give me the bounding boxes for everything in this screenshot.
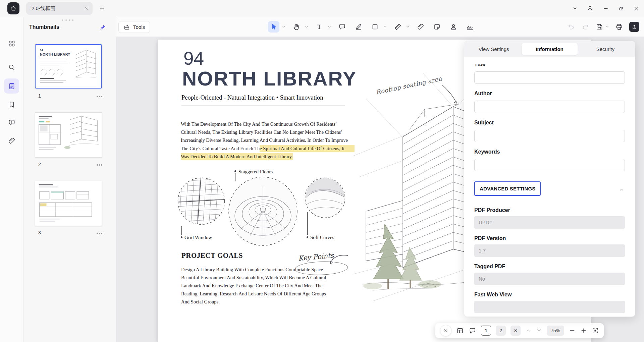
thumbnail-page-number: 3	[38, 230, 41, 235]
page-thumbnail-1[interactable]: 94 NORTH LIBRARY	[35, 44, 102, 89]
tools-button[interactable]: Tools	[118, 21, 150, 33]
sidebar-item-thumbnails[interactable]	[4, 78, 19, 94]
page-down-button[interactable]	[536, 328, 542, 334]
callout-label: Staggered Floors	[238, 169, 273, 175]
page-thumb-view-button[interactable]	[456, 327, 464, 335]
page-thumbnail-3[interactable]	[35, 181, 102, 226]
home-button[interactable]	[7, 2, 19, 14]
callout-grid-window: Grid Window	[181, 226, 228, 242]
sidebar-item-search[interactable]	[4, 60, 19, 75]
shape-tool-chevron-icon[interactable]	[383, 25, 387, 29]
callout-staggered-floors: Staggered Floors	[235, 170, 282, 184]
subject-field-label: Subject	[474, 120, 625, 126]
comment-tool-button[interactable]	[336, 21, 348, 33]
text-tool-button[interactable]	[314, 21, 325, 33]
page-up-button[interactable]	[525, 328, 531, 334]
account-icon[interactable]	[586, 5, 594, 12]
pdf-producer-label: PDF Producer	[474, 207, 625, 213]
page-button-1[interactable]: 1	[481, 326, 491, 336]
thumbnail-preview-2	[35, 113, 102, 157]
page-big-number: 94	[183, 48, 204, 69]
page-thumbnail-2[interactable]	[35, 112, 102, 158]
panel-drag-handle-icon[interactable]	[62, 19, 73, 21]
thumbnail-menu-icon[interactable]	[95, 162, 104, 168]
restore-icon[interactable]	[618, 5, 624, 12]
subject-input[interactable]	[474, 130, 625, 142]
tool-row	[268, 20, 476, 34]
tab-view-settings[interactable]: View Settings	[466, 43, 522, 55]
author-input[interactable]	[474, 101, 625, 113]
advanced-collapse-icon[interactable]	[619, 187, 624, 192]
comment-list-button[interactable]	[469, 327, 476, 335]
title-rule	[181, 106, 345, 106]
marker-tool-button[interactable]	[353, 21, 364, 33]
sticker-tool-button[interactable]	[431, 21, 443, 33]
tools-button-label: Tools	[133, 24, 145, 30]
key-points-flourish	[328, 253, 351, 269]
new-tab-button[interactable]	[98, 4, 106, 12]
sidebar-item-comments[interactable]	[4, 115, 19, 130]
export-button[interactable]	[629, 22, 639, 32]
fit-screen-button[interactable]	[592, 327, 599, 334]
document-tab[interactable]: 2.0-线框画	[26, 2, 93, 15]
spiral-stair-sketch	[228, 176, 298, 246]
zoom-in-icon	[580, 327, 587, 334]
tools-icon	[123, 24, 130, 31]
shape-tool-button[interactable]	[369, 21, 381, 33]
tab-information[interactable]: Information	[522, 43, 577, 55]
zoom-out-button[interactable]	[569, 327, 576, 334]
signature-tool-icon	[466, 22, 474, 31]
comment-panel-icon	[8, 119, 16, 127]
page-button-2[interactable]: 2	[496, 326, 506, 336]
page-navigation-bar: 1 2 3 75%	[435, 323, 604, 338]
zoom-in-button[interactable]	[580, 327, 587, 334]
title-input[interactable]	[474, 71, 625, 84]
signature-tool-button[interactable]	[464, 21, 476, 33]
print-icon[interactable]	[615, 23, 623, 31]
stamp-tool-button[interactable]	[448, 21, 459, 33]
thumbnail-preview-1: 94 NORTH LIBRARY	[37, 46, 100, 87]
comment-list-icon	[469, 327, 476, 335]
close-icon[interactable]	[633, 5, 639, 12]
tab-security[interactable]: Security	[578, 43, 633, 55]
grid-window-sketch	[177, 177, 225, 225]
select-tool-icon	[270, 23, 278, 31]
select-tool-chevron-icon[interactable]	[282, 25, 286, 29]
titlebar-controls	[572, 0, 639, 17]
attach-tool-button[interactable]	[415, 21, 426, 33]
sidebar-item-apps[interactable]	[4, 36, 19, 51]
hand-tool-icon	[292, 23, 301, 31]
tab-close-icon[interactable]	[84, 6, 89, 11]
undo-icon[interactable]	[567, 23, 575, 31]
thumbnails-icon	[8, 82, 16, 90]
sidebar-item-bookmarks[interactable]	[4, 97, 19, 112]
stamp-tool-icon	[449, 23, 458, 31]
window-chevron-icon[interactable]	[572, 6, 578, 11]
pin-panel-button[interactable]	[99, 24, 106, 32]
keywords-field-label: Keywords	[474, 149, 625, 155]
measure-tool-icon	[394, 23, 402, 31]
hand-tool-button[interactable]	[291, 21, 302, 33]
zoom-level[interactable]: 75%	[547, 326, 564, 336]
page-button-3[interactable]: 3	[511, 326, 521, 336]
select-tool-button[interactable]	[268, 21, 279, 33]
thumbnail-menu-icon[interactable]	[95, 94, 104, 99]
text-tool-chevron-icon[interactable]	[327, 25, 331, 29]
minimize-icon[interactable]	[602, 5, 609, 12]
keywords-input[interactable]	[474, 159, 625, 171]
hand-tool-chevron-icon[interactable]	[305, 25, 309, 29]
sidebar-item-attachments[interactable]	[4, 133, 19, 148]
page-subtitle: People-Oriented - Natural Integration • …	[181, 94, 323, 101]
save-chevron-icon[interactable]	[605, 25, 609, 29]
save-icon[interactable]	[595, 23, 603, 31]
home-icon	[10, 5, 17, 12]
expand-panel-button[interactable]	[440, 325, 451, 336]
measure-tool-chevron-icon[interactable]	[406, 25, 410, 29]
advanced-settings-toggle[interactable]: ADVANCED SETTINGS	[474, 181, 541, 196]
measure-tool-button[interactable]	[392, 21, 404, 33]
toolbar-right-group	[567, 20, 639, 34]
fast-web-view-value	[474, 301, 625, 313]
advanced-settings-row: ADVANCED SETTINGS	[474, 181, 625, 198]
thumbnail-menu-icon[interactable]	[95, 231, 104, 236]
redo-icon[interactable]	[581, 23, 589, 31]
